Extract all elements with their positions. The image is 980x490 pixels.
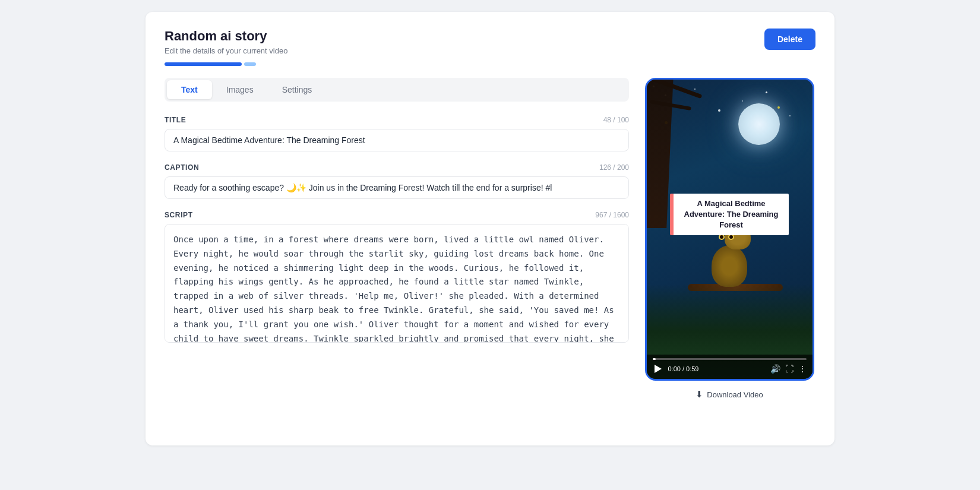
time-display: 0:00 / 0:59 xyxy=(668,365,699,372)
owl-body xyxy=(712,245,747,287)
caption-label: CAPTION xyxy=(165,163,199,172)
script-header: SCRIPT 967 / 1600 xyxy=(165,211,629,219)
script-label: SCRIPT xyxy=(165,211,193,219)
header-left: Random ai story Edit the details of your… xyxy=(165,29,287,55)
title-label: TITLE xyxy=(165,116,186,124)
caption-count: 126 / 200 xyxy=(599,163,629,172)
download-icon: ⬇ xyxy=(696,389,703,400)
scene-moon xyxy=(738,103,780,145)
caption-header: CAPTION 126 / 200 xyxy=(165,163,629,172)
video-container: A Magical BedtimeAdventure: The Dreaming… xyxy=(645,78,814,381)
video-progress-fill xyxy=(653,358,656,360)
tab-text[interactable]: Text xyxy=(167,80,212,99)
video-controls-row: 0:00 / 0:59 🔊 ⛶ ⋮ xyxy=(653,363,807,374)
header: Random ai story Edit the details of your… xyxy=(165,29,815,55)
tab-images[interactable]: Images xyxy=(212,80,268,99)
play-button[interactable] xyxy=(653,363,663,374)
script-section: SCRIPT 967 / 1600 Once upon a time, in a… xyxy=(165,211,629,345)
download-label: Download Video xyxy=(707,390,763,399)
tab-settings[interactable]: Settings xyxy=(268,80,327,99)
video-background: A Magical BedtimeAdventure: The Dreaming… xyxy=(647,80,813,379)
title-header: TITLE 48 / 100 xyxy=(165,116,629,124)
title-count: 48 / 100 xyxy=(603,116,629,124)
video-title-overlay: A Magical BedtimeAdventure: The Dreaming… xyxy=(670,194,789,236)
video-controls: 0:00 / 0:59 🔊 ⛶ ⋮ xyxy=(647,355,813,379)
video-title-text: A Magical BedtimeAdventure: The Dreaming… xyxy=(681,198,782,231)
right-panel: A Magical BedtimeAdventure: The Dreaming… xyxy=(643,78,815,400)
main-card: Random ai story Edit the details of your… xyxy=(146,12,834,445)
play-icon xyxy=(655,365,662,373)
page-title: Random ai story xyxy=(165,29,287,44)
caption-input[interactable] xyxy=(165,176,629,199)
volume-icon[interactable]: 🔊 xyxy=(770,364,780,374)
content-area: Text Images Settings TITLE 48 / 100 CAPT… xyxy=(165,78,815,400)
progress-filled xyxy=(165,62,242,66)
progress-partial xyxy=(244,62,256,66)
fullscreen-icon[interactable]: ⛶ xyxy=(785,364,794,374)
download-link[interactable]: ⬇ Download Video xyxy=(696,389,763,400)
caption-section: CAPTION 126 / 200 xyxy=(165,163,629,199)
title-section: TITLE 48 / 100 xyxy=(165,116,629,151)
progress-bar xyxy=(165,62,815,66)
controls-left: 0:00 / 0:59 xyxy=(653,363,699,374)
video-progress-bar[interactable] xyxy=(653,358,807,360)
controls-right: 🔊 ⛶ ⋮ xyxy=(770,364,807,374)
tabs-container: Text Images Settings xyxy=(165,78,629,102)
delete-button[interactable]: Delete xyxy=(764,29,815,50)
page-subtitle: Edit the details of your current video xyxy=(165,46,287,55)
more-options-icon[interactable]: ⋮ xyxy=(798,364,807,374)
script-textarea[interactable]: Once upon a time, in a forest where drea… xyxy=(165,224,629,343)
left-panel: Text Images Settings TITLE 48 / 100 CAPT… xyxy=(165,78,629,400)
script-count: 967 / 1600 xyxy=(595,211,629,219)
title-input[interactable] xyxy=(165,129,629,151)
